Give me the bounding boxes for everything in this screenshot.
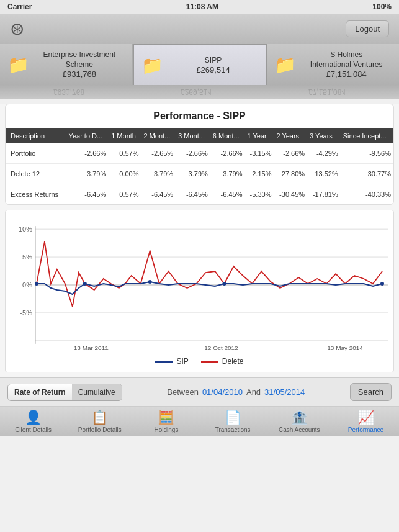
chart-legend: SIP Delete <box>11 353 388 368</box>
svg-point-17 <box>380 282 384 286</box>
nav-tab-client-details[interactable]: 👤 Client Details <box>0 407 66 436</box>
svg-text:-5%: -5% <box>20 309 32 317</box>
carrier-label: Carrier <box>7 2 32 11</box>
row-portfolio-m1: 0.57% <box>109 143 141 164</box>
delete-legend-line <box>201 361 218 363</box>
row-portfolio-m6: -2.66% <box>210 143 245 164</box>
main-content: Performance - SIPP Description Year to D… <box>0 104 399 407</box>
row-excess-since: -40.33% <box>341 184 393 205</box>
col-1m: 1 Month <box>109 128 141 143</box>
svg-point-15 <box>148 280 152 284</box>
eis-value: £931,768 <box>34 70 125 79</box>
nav-tab-cash-accounts[interactable]: 🏦 Cash Accounts <box>266 407 333 436</box>
performance-title: Performance - SIPP <box>6 104 393 128</box>
search-button[interactable]: Search <box>350 383 392 401</box>
svg-text:13 Mar 2011: 13 Mar 2011 <box>74 345 109 351</box>
col-3m: 3 Mont... <box>176 128 210 143</box>
app-header: ⊛ Logout <box>0 14 399 44</box>
rate-return-group: Rate of Return Cumulative <box>7 384 122 401</box>
eis-name: Enterprise InvestmentScheme <box>34 50 125 70</box>
holdings-icon: 🧮 <box>158 411 174 425</box>
bottom-controls: Rate of Return Cumulative Between 01/04/… <box>0 377 399 407</box>
performance-icon: 📈 <box>357 411 374 425</box>
reflection-holmes: £7,151,084 <box>308 88 346 96</box>
row-portfolio-desc: Portfolio <box>6 143 66 164</box>
row-delete12-y1: 2.15% <box>244 164 274 184</box>
row-delete12-m3: 3.79% <box>176 164 210 184</box>
row-delete12-y2: 27.80% <box>274 164 307 184</box>
row-portfolio-since: -9.56% <box>341 143 393 164</box>
table-row: Excess Returns -6.45% 0.57% -6.45% -6.45… <box>6 184 393 205</box>
row-portfolio-m3: -2.66% <box>176 143 210 164</box>
reflection-sipp: £269,514 <box>181 88 212 96</box>
sip-legend-label: SIP <box>176 357 188 366</box>
row-excess-desc: Excess Returns <box>6 184 66 205</box>
delete-legend-label: Delete <box>222 357 244 366</box>
row-delete12-m2: 3.79% <box>141 164 176 184</box>
nav-tab-client-details-label: Client Details <box>15 426 52 433</box>
account-tabs: 📁 Enterprise InvestmentScheme £931,768 📁… <box>0 44 399 85</box>
performance-table: Description Year to D... 1 Month 2 Mont.… <box>6 128 393 204</box>
client-details-icon: 👤 <box>25 411 42 425</box>
nav-tab-transactions[interactable]: 📄 Transactions <box>200 407 266 436</box>
row-excess-ytd: -6.45% <box>66 184 109 205</box>
col-2m: 2 Mont... <box>141 128 176 143</box>
account-tab-eis[interactable]: 📁 Enterprise InvestmentScheme £931,768 <box>0 44 133 85</box>
row-excess-y2: -30.45% <box>274 184 307 205</box>
svg-point-16 <box>222 282 226 286</box>
row-excess-y3: -17.81% <box>307 184 341 205</box>
nav-tab-performance-label: Performance <box>348 426 383 433</box>
nav-tab-holdings[interactable]: 🧮 Holdings <box>133 407 199 436</box>
row-portfolio-m2: -2.65% <box>141 143 176 164</box>
app-logo: ⊛ <box>10 19 24 39</box>
table-header-row: Description Year to D... 1 Month 2 Mont.… <box>6 128 393 143</box>
row-excess-y1: -5.30% <box>244 184 274 205</box>
sipp-value: £269,514 <box>168 65 259 74</box>
holmes-value: £7,151,084 <box>301 70 392 79</box>
cumulative-button[interactable]: Cumulative <box>72 384 122 400</box>
row-excess-m3: -6.45% <box>176 184 210 205</box>
svg-text:13 May 2014: 13 May 2014 <box>327 345 363 351</box>
date-to-value[interactable]: 31/05/2014 <box>264 387 305 397</box>
row-portfolio-y3: -4.29% <box>307 143 341 164</box>
status-bar: Carrier 11:08 AM 100% <box>0 0 399 14</box>
rate-of-return-button[interactable]: Rate of Return <box>8 384 72 400</box>
between-label: Between <box>167 387 199 397</box>
nav-tab-performance[interactable]: 📈 Performance <box>333 407 399 436</box>
col-description: Description <box>6 128 66 143</box>
svg-text:12 Oct 2012: 12 Oct 2012 <box>204 345 238 351</box>
row-portfolio-y1: -3.15% <box>244 143 274 164</box>
logout-button[interactable]: Logout <box>346 20 389 37</box>
sipp-name: SIPP <box>168 56 259 66</box>
row-delete12-m6: 3.79% <box>210 164 245 184</box>
account-tab-sipp[interactable]: 📁 SIPP £269,514 <box>133 44 267 85</box>
account-tab-holmes[interactable]: 📁 S HolmesInternational Ventures £7,151,… <box>267 44 399 85</box>
col-6m: 6 Mont... <box>210 128 245 143</box>
svg-point-13 <box>35 282 38 286</box>
time-label: 11:08 AM <box>186 2 218 11</box>
svg-text:10%: 10% <box>19 225 32 233</box>
nav-tab-holdings-label: Holdings <box>154 426 178 433</box>
svg-point-14 <box>83 282 87 286</box>
row-delete12-since: 30.77% <box>341 164 393 184</box>
row-delete12-m1: 0.00% <box>109 164 141 184</box>
nav-tab-portfolio-details[interactable]: 📋 Portfolio Details <box>66 407 133 436</box>
row-delete12-y3: 13.52% <box>307 164 341 184</box>
col-since: Since Incept... <box>341 128 393 143</box>
row-excess-m6: -6.45% <box>210 184 245 205</box>
svg-text:5%: 5% <box>22 253 32 261</box>
transactions-icon: 📄 <box>225 411 241 425</box>
table-row: Delete 12 3.79% 0.00% 3.79% 3.79% 3.79% … <box>6 164 393 184</box>
chart-area: 10% 5% 0% -5% 13 Mar 2011 12 Oct 2012 13… <box>5 210 394 372</box>
col-3y: 3 Years <box>307 128 341 143</box>
performance-chart: 10% 5% 0% -5% 13 Mar 2011 12 Oct 2012 13… <box>11 217 388 353</box>
date-from-value[interactable]: 01/04/2010 <box>202 387 243 397</box>
binder-icon-eis: 📁 <box>7 55 29 75</box>
binder-icon-sipp: 📁 <box>141 55 163 76</box>
sip-legend-line <box>155 361 173 363</box>
date-range-section: Between 01/04/2010 And 31/05/2014 <box>167 387 305 397</box>
reflection-eis: £931,768 <box>53 88 84 96</box>
performance-section: Performance - SIPP Description Year to D… <box>5 104 394 205</box>
row-delete12-ytd: 3.79% <box>66 164 109 184</box>
nav-tab-portfolio-details-label: Portfolio Details <box>78 426 122 433</box>
